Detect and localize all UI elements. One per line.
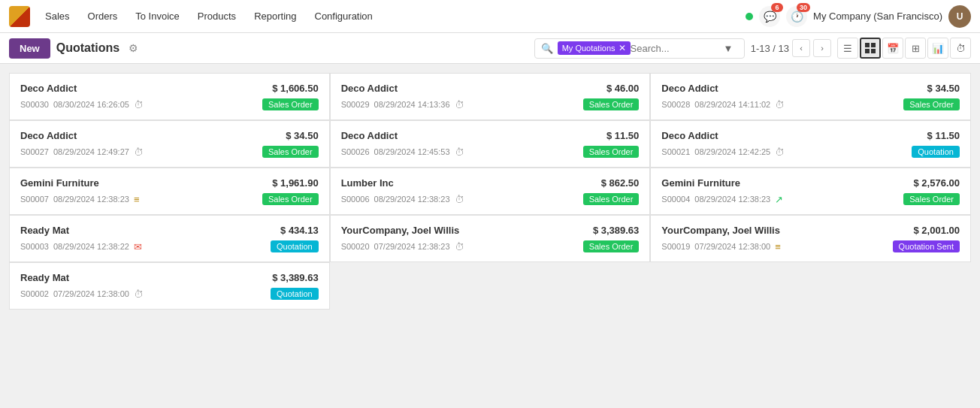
card-footer: S00027 08/29/2024 12:49:27 ⏱ Sales Order (20, 146, 319, 158)
card-item[interactable]: Deco Addict $ 11.50 S00021 08/29/2024 12… (650, 120, 971, 168)
card-header: YourCompany, Joel Willis $ 3,389.63 (341, 225, 640, 236)
card-item[interactable]: Deco Addict $ 34.50 S00028 08/29/2024 14… (650, 73, 971, 120)
new-button[interactable]: New (9, 38, 50, 59)
nav-reporting[interactable]: Reporting (247, 6, 304, 26)
card-amount: $ 34.50 (927, 83, 960, 94)
card-status-badge: Sales Order (583, 146, 640, 158)
card-item[interactable]: Gemini Furniture $ 2,576.00 S00004 08/29… (650, 168, 971, 215)
svg-rect-3 (871, 49, 876, 53)
nav-sales[interactable]: Sales (38, 6, 77, 26)
card-customer: Deco Addict (661, 130, 718, 141)
card-header: Gemini Furniture $ 1,961.90 (20, 177, 319, 189)
nav-orders[interactable]: Orders (80, 6, 126, 26)
card-meta: S00003 08/29/2024 12:38:22 ✉ (20, 241, 142, 252)
card-header: Deco Addict $ 34.50 (20, 130, 319, 141)
card-customer: Gemini Furniture (661, 177, 740, 189)
card-meta: S00021 08/29/2024 12:42:25 ⏱ (661, 147, 785, 158)
card-status-badge: Quotation Sent (893, 240, 960, 252)
card-date: 07/29/2024 12:38:00 (53, 289, 129, 298)
card-status-badge: Sales Order (903, 193, 960, 205)
email-icon: ✉ (134, 241, 142, 252)
chart-icon: ↗ (775, 194, 783, 205)
messages-badge: 6 (771, 3, 783, 12)
list-view-button[interactable]: ☰ (837, 38, 858, 59)
pivot-view-button[interactable]: ⏱ (950, 38, 971, 59)
card-meta: S00027 08/29/2024 12:49:27 ⏱ (20, 147, 144, 158)
card-customer: Gemini Furniture (20, 177, 99, 189)
search-input[interactable] (631, 43, 721, 54)
settings-gear-icon[interactable]: ⚙ (129, 42, 138, 54)
table-view-button[interactable]: ⊞ (905, 38, 926, 59)
card-footer: S00003 08/29/2024 12:38:22 ✉ Quotation (20, 240, 319, 252)
card-item[interactable]: Deco Addict $ 46.00 S00029 08/29/2024 14… (330, 73, 651, 120)
clock-icon: ⏱ (455, 241, 464, 252)
card-order-num: S00021 (661, 147, 690, 156)
card-customer: Deco Addict (20, 130, 77, 141)
graph-view-button[interactable]: 📊 (927, 38, 948, 59)
card-date: 08/29/2024 12:38:22 (53, 242, 129, 251)
card-item[interactable]: YourCompany, Joel Willis $ 2,001.00 S000… (650, 215, 971, 262)
card-amount: $ 434.13 (280, 225, 319, 236)
card-header: Gemini Furniture $ 2,576.00 (661, 177, 960, 189)
card-header: Ready Mat $ 434.13 (20, 225, 319, 236)
card-item[interactable]: Gemini Furniture $ 1,961.90 S00007 08/29… (9, 168, 330, 215)
company-name[interactable]: My Company (San Francisco) (813, 11, 942, 22)
list-icon: ≡ (775, 241, 781, 252)
card-order-num: S00002 (20, 289, 49, 298)
card-customer: YourCompany, Joel Willis (661, 225, 780, 236)
card-meta: S00028 08/29/2024 14:11:02 ⏱ (661, 99, 785, 110)
nav-to-invoice[interactable]: To Invoice (128, 6, 187, 26)
clock-icon: ⏱ (775, 147, 785, 158)
messages-button[interactable]: 💬 6 (759, 6, 780, 27)
card-customer: Lumber Inc (341, 177, 394, 189)
card-item[interactable]: Lumber Inc $ 862.50 S00006 08/29/2024 12… (330, 168, 651, 215)
prev-page-button[interactable]: ‹ (792, 39, 810, 57)
card-header: Deco Addict $ 46.00 (341, 83, 640, 94)
card-meta: S00030 08/30/2024 16:26:05 ⏱ (20, 99, 144, 110)
nav-products[interactable]: Products (190, 6, 243, 26)
card-order-num: S00019 (661, 242, 690, 251)
calendar-view-button[interactable]: 📅 (882, 38, 903, 59)
card-footer: S00021 08/29/2024 12:42:25 ⏱ Quotation (661, 146, 960, 158)
card-customer: Deco Addict (661, 83, 718, 94)
activity-button[interactable]: 🕐 30 (786, 6, 807, 27)
card-footer: S00029 08/29/2024 14:13:36 ⏱ Sales Order (341, 98, 640, 110)
user-avatar[interactable]: U (948, 5, 971, 28)
my-quotations-filter-tag[interactable]: My Quotations ✕ (558, 41, 631, 55)
card-status-badge: Sales Order (903, 98, 960, 110)
card-meta: S00020 07/29/2024 12:38:23 ⏱ (341, 241, 464, 252)
card-item[interactable]: Deco Addict $ 34.50 S00027 08/29/2024 12… (9, 120, 330, 168)
card-date: 07/29/2024 12:38:00 (694, 242, 770, 251)
card-customer: Deco Addict (20, 83, 77, 94)
card-item[interactable]: Deco Addict $ 1,606.50 S00030 08/30/2024… (9, 73, 330, 120)
card-item[interactable]: Deco Addict $ 11.50 S00026 08/29/2024 12… (330, 120, 651, 168)
card-item[interactable]: YourCompany, Joel Willis $ 3,389.63 S000… (330, 215, 651, 262)
filter-tag-close-icon[interactable]: ✕ (619, 43, 626, 53)
card-customer: Ready Mat (20, 225, 69, 236)
card-header: Lumber Inc $ 862.50 (341, 177, 640, 189)
card-date: 08/30/2024 16:26:05 (53, 100, 129, 109)
card-footer: S00020 07/29/2024 12:38:23 ⏱ Sales Order (341, 240, 640, 252)
card-order-num: S00006 (341, 195, 370, 204)
card-footer: S00028 08/29/2024 14:11:02 ⏱ Sales Order (661, 98, 960, 110)
card-item[interactable]: Ready Mat $ 3,389.63 S00002 07/29/2024 1… (9, 262, 330, 310)
card-date: 08/29/2024 12:38:23 (374, 195, 450, 204)
card-item[interactable]: Ready Mat $ 434.13 S00003 08/29/2024 12:… (9, 215, 330, 262)
card-status-badge: Sales Order (262, 193, 319, 205)
card-date: 08/29/2024 12:45:53 (374, 147, 450, 156)
search-bar: 🔍 My Quotations ✕ ▼ (534, 38, 745, 59)
card-order-num: S00027 (20, 147, 49, 156)
card-footer: S00006 08/29/2024 12:38:23 ⏱ Sales Order (341, 193, 640, 205)
clock-icon: ⏱ (134, 99, 144, 110)
nav-links: Sales Orders To Invoice Products Reporti… (38, 6, 746, 26)
app-logo[interactable] (9, 6, 30, 27)
nav-configuration[interactable]: Configuration (307, 6, 380, 26)
card-header: Deco Addict $ 34.50 (661, 83, 960, 94)
card-order-num: S00030 (20, 100, 49, 109)
page-title: Quotations (56, 41, 119, 55)
next-page-button[interactable]: › (813, 39, 831, 57)
search-dropdown-icon[interactable]: ▼ (721, 41, 737, 56)
kanban-view-button[interactable] (860, 38, 881, 59)
card-amount: $ 34.50 (286, 130, 318, 141)
card-meta: S00007 08/29/2024 12:38:23 ≡ (20, 194, 139, 205)
